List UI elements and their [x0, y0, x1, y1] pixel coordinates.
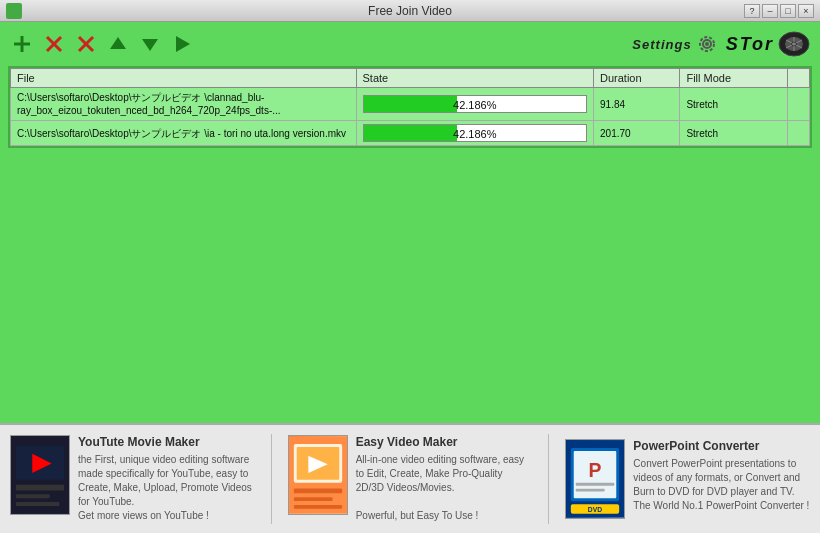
- col-state: State: [356, 69, 594, 88]
- toolbar-right: Settings STor: [632, 31, 812, 57]
- ad-title-easyvideo: Easy Video Maker: [356, 435, 533, 449]
- ad-text-youtube: YouTute Movie Maker the First, unique vi…: [78, 435, 255, 523]
- progress-text: 42.186%: [364, 96, 587, 114]
- ad-title-ppt: PowerPoint Converter: [633, 439, 810, 453]
- ad-thumb-easyvideo: [288, 435, 348, 515]
- table-row[interactable]: C:\Users\softaro\Desktop\サンプルビデオ \clanna…: [11, 88, 810, 121]
- ad-item-easyvideo[interactable]: Easy Video Maker All-in-one video editin…: [288, 435, 533, 523]
- ad-text-easyvideo: Easy Video Maker All-in-one video editin…: [356, 435, 533, 523]
- delete-button[interactable]: [40, 30, 68, 58]
- settings-button[interactable]: Settings: [632, 33, 717, 55]
- gear-icon: [696, 33, 718, 55]
- extra-cell: [788, 121, 810, 146]
- help-button[interactable]: ?: [744, 4, 760, 18]
- file-cell: C:\Users\softaro\Desktop\サンプルビデオ \ia - t…: [11, 121, 357, 146]
- duration-cell: 201.70: [594, 121, 680, 146]
- svg-rect-21: [16, 485, 64, 491]
- svg-rect-22: [16, 494, 50, 498]
- stop-label: STor: [726, 34, 774, 55]
- extra-cell: [788, 88, 810, 121]
- svg-marker-7: [142, 39, 158, 51]
- svg-marker-8: [176, 36, 190, 52]
- svg-text:P: P: [589, 460, 602, 481]
- svg-rect-36: [576, 489, 605, 492]
- ad-desc-easyvideo: All-in-one video editing software, easy …: [356, 453, 533, 523]
- close-button[interactable]: ×: [798, 4, 814, 18]
- progress-bar-bg: 42.186%: [363, 95, 588, 113]
- progress-bar-bg: 42.186%: [363, 124, 588, 142]
- app-icon: [6, 3, 22, 19]
- ad-title-youtube: YouTute Movie Maker: [78, 435, 255, 449]
- svg-rect-30: [294, 505, 342, 509]
- toolbar-left: [8, 30, 196, 58]
- svg-rect-28: [294, 489, 342, 494]
- col-duration: Duration: [594, 69, 680, 88]
- maximize-button[interactable]: □: [780, 4, 796, 18]
- ad-text-ppt: PowerPoint Converter Convert PowerPoint …: [633, 439, 810, 513]
- svg-point-11: [705, 42, 709, 46]
- toolbar: Settings STor: [8, 28, 812, 60]
- ad-desc-youtube: the First, unique video editing software…: [78, 453, 255, 523]
- stop-button[interactable]: STor: [726, 31, 812, 57]
- move-down-button[interactable]: [136, 30, 164, 58]
- ad-thumb-youtube: [10, 435, 70, 515]
- svg-marker-6: [110, 37, 126, 49]
- ad-desc-ppt: Convert PowerPoint presentations to vide…: [633, 457, 810, 513]
- title-bar: Free Join Video ? – □ ×: [0, 0, 820, 22]
- add-button[interactable]: [8, 30, 36, 58]
- state-cell: 42.186%: [356, 88, 594, 121]
- svg-text:DVD: DVD: [588, 506, 602, 513]
- svg-rect-29: [294, 497, 333, 501]
- file-cell: C:\Users\softaro\Desktop\サンプルビデオ \clanna…: [11, 88, 357, 121]
- window-controls[interactable]: ? – □ ×: [744, 4, 814, 18]
- settings-label: Settings: [632, 37, 691, 52]
- fillmode-cell: Stretch: [680, 121, 788, 146]
- move-up-button[interactable]: [104, 30, 132, 58]
- table-row[interactable]: C:\Users\softaro\Desktop\サンプルビデオ \ia - t…: [11, 121, 810, 146]
- ad-thumb-ppt: P DVD: [565, 439, 625, 519]
- ad-bar: YouTute Movie Maker the First, unique vi…: [0, 423, 820, 533]
- window-title: Free Join Video: [368, 4, 452, 18]
- col-fillmode: Fill Mode: [680, 69, 788, 88]
- ad-divider-1: [271, 434, 272, 524]
- duration-cell: 91.84: [594, 88, 680, 121]
- ad-item-ppt[interactable]: P DVD PowerPoint Converter Convert Power…: [565, 439, 810, 519]
- film-reel-icon: [776, 31, 812, 57]
- fillmode-cell: Stretch: [680, 88, 788, 121]
- state-cell: 42.186%: [356, 121, 594, 146]
- progress-text: 42.186%: [364, 125, 587, 143]
- col-extra: [788, 69, 810, 88]
- ad-item-youtube[interactable]: YouTute Movie Maker the First, unique vi…: [10, 435, 255, 523]
- minimize-button[interactable]: –: [762, 4, 778, 18]
- main-area: Settings STor: [0, 22, 820, 423]
- file-table: File State Duration Fill Mode C:\Users\s…: [10, 68, 810, 146]
- file-table-container: File State Duration Fill Mode C:\Users\s…: [8, 66, 812, 148]
- ad-divider-2: [548, 434, 549, 524]
- start-button[interactable]: [168, 30, 196, 58]
- col-file: File: [11, 69, 357, 88]
- svg-rect-23: [16, 502, 60, 506]
- svg-rect-35: [576, 483, 615, 486]
- close-file-button[interactable]: [72, 30, 100, 58]
